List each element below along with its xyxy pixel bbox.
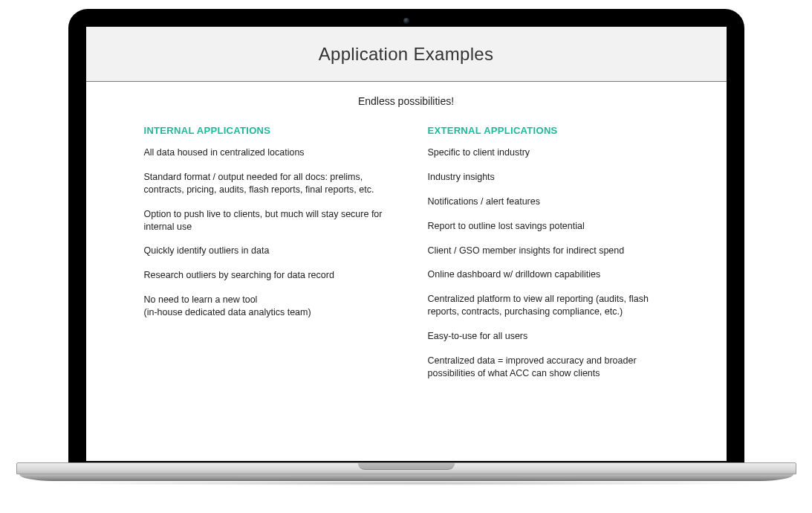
columns: INTERNAL APPLICATIONS All data housed in… <box>86 125 727 392</box>
list-item: Specific to client industry <box>428 146 675 159</box>
page-title: Application Examples <box>319 44 493 65</box>
laptop-base-bottom <box>19 474 793 481</box>
laptop-mockup: Application Examples Endless possibiliti… <box>16 9 796 485</box>
laptop-shadow <box>36 481 777 485</box>
list-item: Research outliers by searching for data … <box>144 269 391 282</box>
external-heading: EXTERNAL APPLICATIONS <box>428 125 675 136</box>
internal-heading: INTERNAL APPLICATIONS <box>144 125 391 136</box>
list-item: No need to learn a new tool(in-house ded… <box>144 294 391 319</box>
list-item: Centralized data = improved accuracy and… <box>428 355 675 380</box>
header-bar: Application Examples <box>86 27 727 82</box>
list-item: Notifications / alert features <box>428 196 675 208</box>
list-item: Easy-to-use for all users <box>428 330 675 343</box>
laptop-base-top <box>16 462 796 474</box>
internal-column: INTERNAL APPLICATIONS All data housed in… <box>144 125 391 392</box>
list-item: Industry insights <box>428 171 675 184</box>
list-item: Client / GSO member insights for indirec… <box>428 245 675 257</box>
list-item: Option to push live to clients, but much… <box>144 208 391 233</box>
list-item: Centralized platform to view all reporti… <box>428 293 675 318</box>
list-item: Quickly identify outliers in data <box>144 245 391 257</box>
list-item: Standard format / output needed for all … <box>144 171 391 196</box>
list-item: All data housed in centralized locations <box>144 146 391 159</box>
laptop-base <box>16 462 796 485</box>
list-item: Online dashboard w/ drilldown capabiliti… <box>428 268 675 281</box>
list-item: Report to outline lost savings potential <box>428 220 675 233</box>
screen: Application Examples Endless possibiliti… <box>86 27 727 461</box>
external-column: EXTERNAL APPLICATIONS Specific to client… <box>428 125 675 392</box>
laptop-notch <box>358 463 455 470</box>
subtitle: Endless possibilities! <box>86 95 727 107</box>
camera-icon <box>403 18 409 24</box>
screen-bezel: Application Examples Endless possibiliti… <box>68 9 744 462</box>
